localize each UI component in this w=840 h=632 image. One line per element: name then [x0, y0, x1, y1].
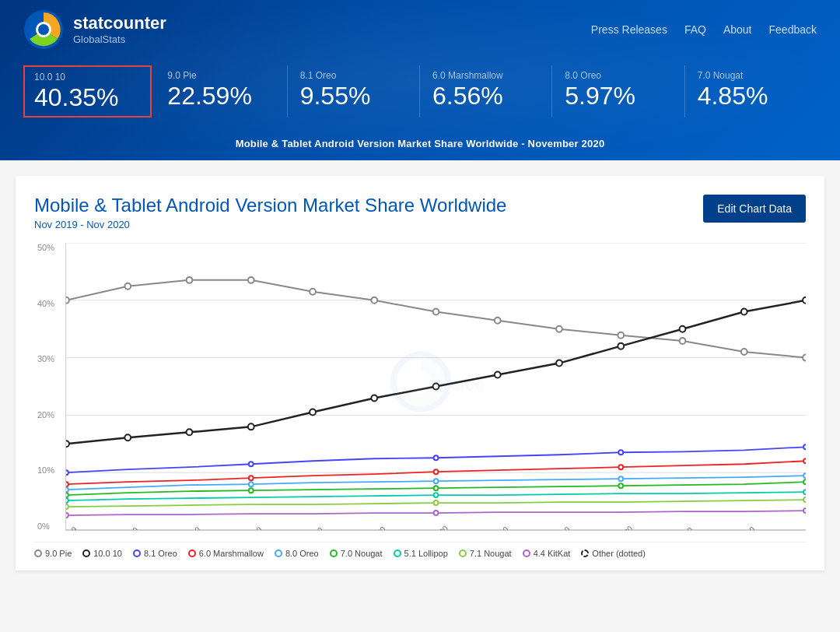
- legend-label: Other (dotted): [592, 549, 645, 558]
- legend-dot: [188, 549, 196, 557]
- svg-point-23: [680, 338, 686, 344]
- legend-label: 8.0 Oreo: [285, 549, 319, 558]
- stat-percent: 22.59%: [167, 83, 274, 110]
- y-label: 50%: [37, 243, 54, 252]
- svg-point-60: [434, 493, 439, 497]
- svg-text:Nov 2020: Nov 2020: [728, 525, 757, 530]
- nav-feedback[interactable]: Feedback: [769, 23, 817, 36]
- svg-point-46: [434, 469, 439, 474]
- svg-point-63: [434, 500, 439, 505]
- svg-point-17: [310, 289, 316, 295]
- legend-dot: [34, 549, 42, 557]
- svg-text:Feb 2020: Feb 2020: [173, 525, 202, 530]
- legend-item: 6.0 Marshmallow: [188, 549, 264, 558]
- legend-dot: [459, 549, 467, 557]
- legend-dot: [394, 549, 401, 557]
- legend-dot: [330, 549, 338, 557]
- svg-point-61: [803, 490, 806, 494]
- legend-item: 10.0 10: [82, 549, 122, 558]
- legend-label: 9.0 Pie: [45, 549, 72, 558]
- nav-about[interactable]: About: [723, 23, 752, 36]
- svg-point-47: [618, 465, 623, 469]
- svg-point-53: [803, 473, 806, 478]
- svg-point-30: [310, 409, 316, 415]
- svg-point-66: [434, 511, 439, 515]
- svg-point-57: [618, 483, 623, 488]
- y-axis-labels: 50%40%30%20%10%0%: [37, 243, 54, 531]
- svg-point-44: [66, 482, 68, 486]
- stat-percent: 6.56%: [432, 83, 539, 110]
- legend-label: 7.1 Nougat: [470, 549, 512, 558]
- svg-text:May 2020: May 2020: [358, 525, 387, 530]
- stat-item-0: 10.0 10 40.35%: [23, 65, 152, 118]
- edit-chart-button[interactable]: Edit Chart Data: [703, 195, 806, 223]
- svg-point-22: [618, 332, 624, 339]
- stat-percent: 4.85%: [698, 83, 804, 110]
- legend-item: 8.1 Oreo: [133, 549, 177, 558]
- svg-point-59: [66, 498, 68, 503]
- logo-sub: GlobalStats: [73, 33, 166, 45]
- svg-point-19: [433, 309, 439, 315]
- svg-point-33: [495, 372, 501, 378]
- stat-item-3: 6.0 Marshmallow 6.56%: [420, 65, 552, 118]
- svg-text:Dec 2019: Dec 2019: [66, 525, 79, 530]
- legend-dot: [523, 549, 530, 557]
- svg-text:Sept 2020: Sept 2020: [604, 524, 634, 530]
- chart-subtitle: Nov 2019 - Nov 2020: [34, 219, 506, 230]
- svg-text:June 2020: June 2020: [418, 524, 450, 530]
- stat-item-4: 8.0 Oreo 5.97%: [552, 65, 684, 118]
- legend-item: 7.0 Nougat: [330, 549, 383, 558]
- svg-point-34: [556, 360, 562, 367]
- svg-point-24: [741, 349, 747, 355]
- svg-point-45: [249, 476, 254, 480]
- svg-point-52: [618, 476, 623, 481]
- chart-title: Mobile & Tablet Android Version Market S…: [34, 195, 506, 230]
- svg-point-31: [371, 395, 377, 401]
- svg-text:Oct 2020: Oct 2020: [667, 525, 695, 530]
- svg-point-36: [680, 326, 686, 332]
- svg-point-62: [66, 504, 68, 509]
- svg-point-35: [618, 343, 624, 349]
- legend-dot: [275, 549, 282, 557]
- legend-label: 8.1 Oreo: [144, 549, 177, 558]
- svg-point-43: [803, 444, 806, 449]
- svg-point-16: [248, 277, 254, 283]
- stat-version: 10.0 10: [34, 72, 141, 83]
- svg-point-64: [803, 497, 806, 502]
- svg-point-21: [556, 326, 562, 332]
- svg-text:Mar 2020: Mar 2020: [235, 525, 264, 530]
- legend-item: 7.1 Nougat: [459, 549, 512, 558]
- svg-point-13: [66, 297, 69, 304]
- svg-point-67: [803, 508, 806, 513]
- y-label: 40%: [37, 299, 54, 308]
- legend-item: 5.1 Lollipop: [394, 549, 448, 558]
- svg-point-48: [803, 458, 806, 463]
- logo-icon: [23, 9, 64, 50]
- stat-item-2: 8.1 Oreo 9.55%: [288, 65, 420, 118]
- svg-point-28: [187, 429, 193, 435]
- legend-dot: [581, 549, 589, 557]
- legend-item: 8.0 Oreo: [275, 549, 319, 558]
- chart-title-text: Mobile & Tablet Android Version Market S…: [34, 195, 506, 217]
- svg-point-58: [803, 479, 806, 484]
- stat-percent: 5.97%: [565, 83, 671, 110]
- svg-text:Jan 2020: Jan 2020: [112, 525, 140, 530]
- chart-header: Mobile & Tablet Android Version Market S…: [34, 195, 806, 230]
- svg-point-56: [434, 486, 439, 490]
- svg-point-50: [249, 482, 254, 486]
- y-label: 0%: [37, 521, 54, 531]
- svg-point-54: [66, 493, 68, 497]
- legend-label: 5.1 Lollipop: [404, 549, 448, 558]
- stat-version: 8.0 Oreo: [565, 70, 671, 81]
- chart-legend: 9.0 Pie10.0 108.1 Oreo6.0 Marshmallow8.0…: [34, 542, 806, 558]
- svg-point-41: [434, 455, 439, 460]
- stat-item-1: 9.0 Pie 22.59%: [155, 65, 287, 118]
- nav-press-releases[interactable]: Press Releases: [591, 23, 667, 36]
- legend-label: 4.4 KitKat: [534, 549, 571, 558]
- nav-links: Press Releases FAQ About Feedback: [591, 23, 817, 36]
- stat-percent: 40.35%: [34, 84, 141, 111]
- header-top: statcounter GlobalStats Press Releases F…: [0, 0, 840, 58]
- legend-label: 7.0 Nougat: [341, 549, 383, 558]
- nav-faq[interactable]: FAQ: [684, 23, 706, 36]
- svg-point-2: [38, 24, 49, 35]
